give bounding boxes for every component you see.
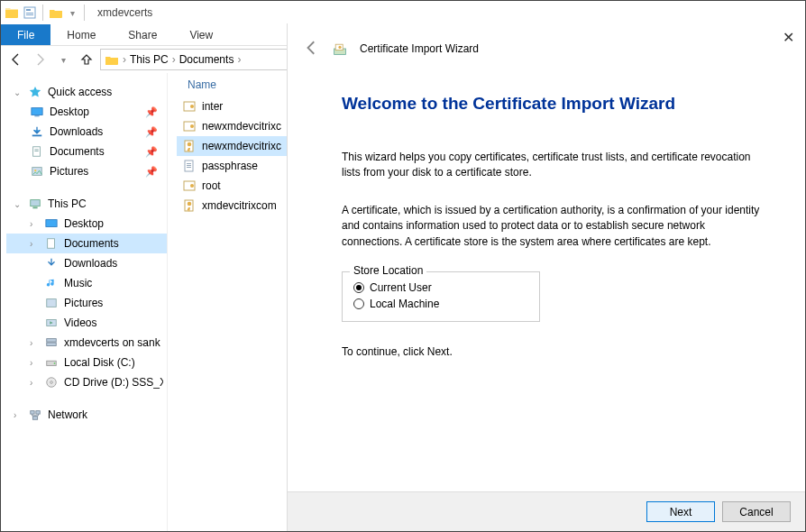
next-button[interactable]: Next xyxy=(646,501,715,522)
network-icon xyxy=(28,408,42,422)
wizard-title: Welcome to the Certificate Import Wizard xyxy=(342,94,765,114)
svg-rect-1 xyxy=(26,9,31,11)
nav-label: Network xyxy=(48,408,87,421)
breadcrumb-this-pc[interactable]: This PC xyxy=(130,53,169,66)
svg-rect-8 xyxy=(34,149,38,150)
back-button[interactable] xyxy=(6,50,26,69)
properties-icon[interactable] xyxy=(23,5,37,20)
svg-rect-35 xyxy=(187,165,191,166)
svg-rect-5 xyxy=(34,115,39,116)
svg-rect-9 xyxy=(34,151,38,151)
file-name: inter xyxy=(202,100,223,113)
nav-desktop[interactable]: Desktop 📌 xyxy=(6,102,167,122)
nav-pc-pictures[interactable]: Pictures xyxy=(6,293,167,313)
nav-this-pc[interactable]: ⌄ This PC xyxy=(6,194,167,214)
chevron-right-icon[interactable]: › xyxy=(172,53,176,66)
nav-pc-localdisk[interactable]: ›Local Disk (C:) xyxy=(6,353,167,372)
svg-rect-15 xyxy=(48,239,55,249)
radio-label: Local Machine xyxy=(370,298,439,310)
nav-label: Pictures xyxy=(64,297,103,309)
radio-current-user[interactable]: Current User xyxy=(353,280,528,296)
svg-rect-3 xyxy=(26,14,33,15)
nav-label: Downloads xyxy=(50,125,103,138)
nav-quick-access[interactable]: ⌄ Quick access xyxy=(6,82,167,102)
nav-label: Documents xyxy=(64,237,119,250)
nav-network[interactable]: › Network xyxy=(6,405,167,425)
up-button[interactable] xyxy=(77,50,96,69)
radio-icon xyxy=(353,298,364,309)
breadcrumb-documents[interactable]: Documents xyxy=(179,53,234,66)
nav-label: CD Drive (D:) SSS_X6 xyxy=(64,376,163,389)
wizard-footer: Next Cancel xyxy=(288,491,805,531)
svg-rect-18 xyxy=(47,343,57,346)
svg-rect-34 xyxy=(187,163,191,164)
nav-pc-documents[interactable]: ›Documents xyxy=(6,234,167,253)
documents-icon xyxy=(44,236,59,251)
svg-point-38 xyxy=(190,184,194,188)
navigation-pane[interactable]: ⌄ Quick access Desktop 📌 Downloads 📌 Doc xyxy=(1,73,168,531)
wizard-header-title: Certificate Import Wizard xyxy=(360,42,479,55)
nav-downloads[interactable]: Downloads 📌 xyxy=(6,122,167,142)
recent-dropdown[interactable]: ▾ xyxy=(53,50,73,69)
back-arrow-icon[interactable] xyxy=(304,40,320,59)
open-folder-icon[interactable] xyxy=(49,5,63,20)
file-tab[interactable]: File xyxy=(1,24,50,45)
nav-pc-downloads[interactable]: Downloads xyxy=(6,253,167,273)
close-button[interactable]: ✕ xyxy=(783,29,794,46)
title-bar: ▾ xmdevcerts xyxy=(1,1,805,24)
pictures-icon xyxy=(30,164,44,179)
cancel-button[interactable]: Cancel xyxy=(722,501,791,522)
desktop-icon xyxy=(30,105,44,119)
svg-rect-4 xyxy=(32,108,42,115)
radio-icon xyxy=(353,282,364,293)
pin-icon: 📌 xyxy=(145,126,158,138)
svg-rect-13 xyxy=(32,207,37,209)
pfx-icon xyxy=(182,198,197,213)
expand-icon[interactable]: › xyxy=(14,410,23,420)
fieldset-legend: Store Location xyxy=(350,264,426,277)
radio-local-machine[interactable]: Local Machine xyxy=(353,296,528,312)
explorer-window: ▾ xmdevcerts File Home Share View ▾ › Th… xyxy=(0,0,806,532)
nav-pc-netdrive[interactable]: ›xmdevcerts on sank xyxy=(6,333,167,353)
pin-icon: 📌 xyxy=(145,106,158,118)
pfx-icon xyxy=(182,139,197,153)
nav-pc-videos[interactable]: Videos xyxy=(6,313,167,333)
tab-view[interactable]: View xyxy=(173,24,229,45)
svg-point-40 xyxy=(188,202,192,206)
pin-icon: 📌 xyxy=(145,166,158,178)
chevron-right-icon[interactable]: › xyxy=(237,53,241,66)
tab-share[interactable]: Share xyxy=(112,24,173,45)
collapse-icon[interactable]: ⌄ xyxy=(14,87,23,97)
separator xyxy=(42,5,43,21)
svg-point-43 xyxy=(338,46,341,49)
nav-pictures[interactable]: Pictures 📌 xyxy=(6,161,167,181)
nav-label: Local Disk (C:) xyxy=(64,356,135,369)
nav-label: Music xyxy=(64,277,92,289)
nav-label: Desktop xyxy=(64,217,104,230)
nav-pc-desktop[interactable]: ›Desktop xyxy=(6,214,167,234)
forward-button[interactable] xyxy=(30,50,50,69)
downloads-icon xyxy=(30,124,44,139)
qat-dropdown-icon[interactable]: ▾ xyxy=(67,8,78,18)
collapse-icon[interactable]: ⌄ xyxy=(14,199,23,209)
desktop-icon xyxy=(44,216,59,231)
wizard-body: Welcome to the Certificate Import Wizard… xyxy=(288,67,805,358)
cert-icon xyxy=(182,179,197,193)
file-name: root xyxy=(202,179,221,192)
cert-icon xyxy=(182,99,197,114)
nav-label: Videos xyxy=(64,316,96,329)
nav-documents[interactable]: Documents 📌 xyxy=(6,142,167,161)
chevron-right-icon[interactable]: › xyxy=(123,53,126,66)
svg-point-28 xyxy=(190,105,194,108)
svg-rect-6 xyxy=(32,135,42,137)
pictures-icon xyxy=(44,296,59,310)
svg-rect-12 xyxy=(31,200,41,206)
nav-pc-cddrive[interactable]: ›CD Drive (D:) SSS_X6 xyxy=(6,372,167,392)
videos-icon xyxy=(44,316,59,330)
tab-home[interactable]: Home xyxy=(50,24,112,45)
nav-label: Desktop xyxy=(50,105,89,118)
svg-rect-2 xyxy=(26,13,33,14)
nav-pc-music[interactable]: Music xyxy=(6,273,167,293)
svg-rect-16 xyxy=(47,299,57,307)
svg-rect-26 xyxy=(32,417,37,420)
